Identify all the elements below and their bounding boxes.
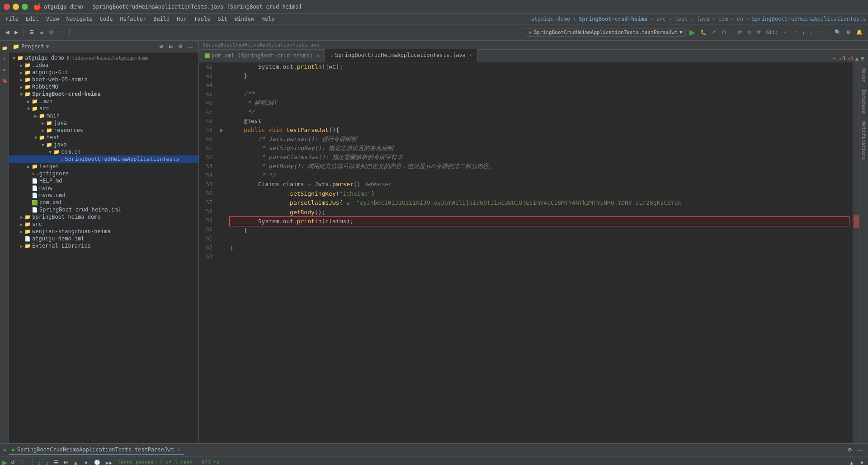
tree-item-atguigu-git[interactable]: ▶ 📁 atguigu-Git	[9, 69, 198, 76]
toolbar-collapse[interactable]: ⊟	[38, 28, 45, 36]
tree-item-mvnwcmd[interactable]: 📄 mvnw.cmd	[9, 192, 198, 199]
tree-item-target[interactable]: ▶ 📁 target	[9, 163, 198, 170]
bottom-sort-btn[interactable]: ↕	[36, 459, 42, 465]
menu-run[interactable]: Run	[173, 14, 190, 24]
menu-tools[interactable]: Tools	[190, 14, 214, 24]
tree-item-springboot-heima[interactable]: ▶ 📁 SpringBoot-heima-demo	[9, 213, 198, 221]
bottom-hide-btn[interactable]: —	[856, 446, 864, 454]
git-checkmark[interactable]: ✓	[782, 28, 789, 36]
sidebar-icon-bookmarks[interactable]: 🔖	[1, 77, 8, 84]
tree-item-demo-iml[interactable]: 📄 atguigu-demo.iml	[9, 235, 198, 242]
bottom-sort2-btn[interactable]: ↨	[44, 459, 51, 465]
notifications-button[interactable]: 🔔	[854, 28, 864, 36]
tree-item-iml[interactable]: 📄 SpringBoot-crud-heima.iml	[9, 206, 198, 213]
tree-item-helpmd[interactable]: 📄 HELP.md	[9, 177, 198, 184]
tree-item-main[interactable]: ▶ 📁 main	[9, 112, 198, 119]
tab-pom-xml[interactable]: 🟩 pom.xml (SpringBoot-crud-heima) ×	[199, 49, 325, 62]
bottom-up-btn[interactable]: ▲	[71, 459, 80, 465]
bottom-run-btn[interactable]: ▶	[2, 458, 7, 465]
tree-item-resources[interactable]: ▶ 📁 resources	[9, 127, 198, 134]
tree-item-src2[interactable]: ▶ 📁 src	[9, 221, 198, 228]
menu-build[interactable]: Build	[150, 14, 173, 24]
tree-item-springboot-crud[interactable]: ▼ 📁 SpringBoot-crud-heima	[9, 90, 198, 98]
bottom-list-btn[interactable]: ☰	[52, 459, 60, 465]
minimize-button[interactable]	[13, 4, 19, 10]
toolbar-back[interactable]: ◀	[4, 28, 11, 36]
menu-help[interactable]: Help	[258, 14, 278, 24]
gutter-run-49[interactable]: ▶	[217, 126, 226, 135]
tree-item-boot-web[interactable]: ▶ 📁 boot-web-05-admin	[9, 76, 198, 83]
tree-item-test-java[interactable]: ▼ 📁 java	[9, 141, 198, 148]
toolbar-gear2[interactable]: ⋯	[57, 28, 66, 36]
sidebar-icon-project[interactable]: 📁	[1, 44, 8, 52]
tree-item-gitignore[interactable]: ⊕ .gitignore	[9, 170, 198, 177]
toolbar-forward[interactable]: ▶	[13, 28, 20, 36]
tree-item-main-class[interactable]: ☕ SpringBootCrudHeimaApplicationTests	[9, 155, 198, 163]
tree-item-idea[interactable]: ▶ 📁 .idea	[9, 61, 198, 69]
toolbar-settings[interactable]: ⚙	[47, 28, 55, 36]
git-push[interactable]: ↓	[809, 29, 815, 36]
scroll-down-icon[interactable]: ▼	[861, 55, 864, 62]
menu-navigate[interactable]: Navigate	[63, 14, 96, 24]
bottom-scroll-down[interactable]: ▼	[858, 459, 866, 465]
toolbar-recentfiles[interactable]: ☰	[28, 28, 36, 36]
bottom-filter-btn[interactable]: ⊟	[62, 459, 70, 465]
project-close[interactable]: —	[186, 42, 195, 50]
project-collapse-all[interactable]: ⊟	[167, 42, 175, 50]
tree-item-pomxml[interactable]: 🟩 pom.xml	[9, 199, 198, 206]
menu-code[interactable]: Code	[96, 14, 117, 24]
maximize-button[interactable]	[22, 4, 28, 10]
bottom-settings-btn[interactable]: ⚙	[846, 446, 854, 454]
bottom-rerun-btn[interactable]: ↺	[9, 459, 17, 465]
tree-item-com-cn[interactable]: ▼ 📁 com.cn	[9, 148, 198, 155]
menu-file[interactable]: File	[2, 14, 22, 24]
debug-button[interactable]: 🐛	[698, 28, 708, 36]
database-panel-label[interactable]: Database	[860, 86, 868, 117]
toolbar-more2[interactable]: ⟲	[745, 28, 753, 36]
git-branch[interactable]: ✓	[791, 28, 799, 36]
close-button[interactable]	[4, 4, 10, 10]
git-update[interactable]: ↑	[801, 29, 807, 36]
project-dropdown-arrow[interactable]: ▼	[46, 43, 49, 50]
profile-button[interactable]: ⏱	[720, 29, 728, 36]
bottom-scroll-up[interactable]: ▲	[847, 459, 856, 465]
tree-item-rabbitmq[interactable]: ▶ 📁 RabbitMQ	[9, 83, 198, 90]
notifications-panel-label[interactable]: Notifications	[860, 117, 868, 164]
scroll-up-icon[interactable]: ▲	[855, 55, 859, 62]
search-everywhere[interactable]: 🔍	[833, 28, 843, 36]
tab-main-class[interactable]: ☕ SpringBootCrudHeimaApplicationTests.ja…	[325, 49, 478, 62]
coverage-button[interactable]: ✓	[710, 28, 718, 36]
tree-item-mvnw[interactable]: 📄 mvnw	[9, 184, 198, 192]
settings-button[interactable]: ⚙	[844, 28, 853, 36]
tab-pom-xml-close[interactable]: ×	[316, 53, 319, 58]
tree-item-wenjian[interactable]: ▶ 📁 wenjian-shangchuan-heima	[9, 228, 198, 235]
menu-git[interactable]: Git	[214, 14, 231, 24]
tab-main-class-close[interactable]: ×	[469, 53, 472, 58]
bottom-tab-run-close[interactable]: ×	[178, 447, 180, 452]
bottom-down-btn[interactable]: ▼	[82, 459, 90, 465]
tree-item-ext-libs[interactable]: ▶ 📁 External Libraries	[9, 242, 198, 249]
code-area[interactable]: System.out.println(jwt); } /** * 解析JW	[226, 62, 853, 443]
menu-edit[interactable]: Edit	[22, 14, 42, 24]
bottom-clock-btn[interactable]: 🕐	[92, 459, 102, 465]
tab-more-icon[interactable]: ⋯	[833, 56, 836, 61]
tree-item-src[interactable]: ▼ 📁 src	[9, 105, 198, 112]
toolbar-more3[interactable]: ⟳	[755, 28, 763, 36]
project-settings[interactable]: ⚙	[176, 42, 184, 50]
menu-window[interactable]: Window	[231, 14, 258, 24]
sidebar-icon-commit[interactable]: ⬆	[1, 55, 8, 62]
git-more[interactable]: ⋯	[816, 28, 825, 36]
bottom-stop-btn[interactable]: ⬛	[19, 459, 28, 465]
project-locate[interactable]: ⊕	[157, 42, 165, 50]
tree-item-root[interactable]: ▼ 📁 atguigu-demo E:\idea-workspace\atgui…	[9, 54, 198, 61]
run-button[interactable]: ▶	[688, 27, 697, 38]
tree-item-mvn[interactable]: ▶ 📁 .mvn	[9, 98, 198, 105]
bottom-tab-run[interactable]: ▶ SpringBootCrudHeimaApplicationTests.te…	[9, 446, 184, 455]
menu-view[interactable]: View	[42, 14, 63, 24]
tree-item-test[interactable]: ▼ 📁 test	[9, 134, 198, 141]
maven-panel-label[interactable]: Maven	[860, 64, 868, 86]
toolbar-more1[interactable]: ⟳	[736, 28, 744, 36]
run-config-dropdown[interactable]: ▶ SpringBootCrudHeimaApplicationTests.te…	[526, 28, 685, 37]
menu-refactor[interactable]: Refactor	[116, 14, 150, 24]
tree-item-main-java[interactable]: ▶ 📁 java	[9, 119, 198, 127]
